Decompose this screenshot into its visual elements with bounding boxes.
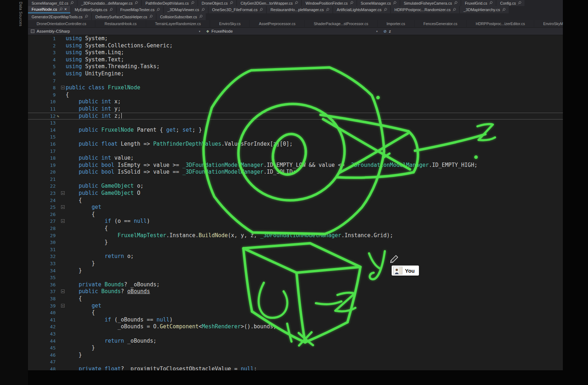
breakpoint-margin[interactable] bbox=[28, 183, 46, 190]
breakpoint-margin[interactable] bbox=[28, 218, 46, 225]
code-line[interactable]: 2using System.Collections.Generic; bbox=[28, 42, 563, 50]
code-line[interactable]: 30 } bbox=[28, 239, 563, 246]
breakpoint-margin[interactable] bbox=[28, 260, 46, 267]
breakpoint-margin[interactable] bbox=[28, 127, 46, 134]
breakpoint-margin[interactable] bbox=[28, 119, 46, 127]
breakpoint-margin[interactable] bbox=[28, 105, 46, 113]
tab[interactable]: HDRPPostproc...izerEditor.cs bbox=[467, 20, 533, 27]
pin-icon[interactable] bbox=[83, 14, 88, 19]
code-line[interactable]: 43 bbox=[28, 330, 563, 338]
code-line[interactable]: 36 private Bounds? _oBounds; bbox=[28, 281, 563, 288]
code-line[interactable]: 34 } bbox=[28, 267, 563, 274]
fold-marker[interactable]: − bbox=[61, 191, 65, 195]
code-line[interactable]: 23− public GameObject O bbox=[28, 190, 563, 197]
tab[interactable]: FruxelNode.cs× bbox=[28, 6, 70, 13]
tab[interactable]: DeliverySurfaceClassHelper.cs bbox=[92, 13, 156, 20]
fold-marker[interactable]: − bbox=[61, 304, 65, 307]
breakpoint-margin[interactable] bbox=[28, 98, 46, 105]
code-line[interactable]: 27− if (o == null) bbox=[28, 218, 563, 225]
tab[interactable]: WindowPositionFinder.cs bbox=[302, 0, 356, 6]
fold-marker[interactable]: − bbox=[61, 86, 65, 89]
pin-icon[interactable] bbox=[488, 0, 493, 5]
tab[interactable]: _3DFoundatio...delManager.cs bbox=[78, 0, 141, 6]
code-line[interactable]: 18 public int value; bbox=[28, 155, 563, 162]
pin-icon[interactable] bbox=[517, 0, 522, 5]
tab[interactable]: SceneManager.cs bbox=[357, 0, 400, 6]
breakpoint-margin[interactable] bbox=[28, 197, 46, 204]
pin-icon[interactable] bbox=[108, 7, 113, 12]
code-line[interactable]: 41 if (_oBounds == null) bbox=[28, 316, 563, 324]
code-line[interactable]: 4using System.Text; bbox=[28, 56, 563, 64]
breakpoint-margin[interactable] bbox=[28, 148, 46, 155]
pin-icon[interactable] bbox=[148, 14, 153, 19]
breakpoint-margin[interactable] bbox=[28, 288, 46, 295]
member-dropdown[interactable]: ⊘ z bbox=[381, 28, 563, 35]
code-line[interactable]: 10 public int x; bbox=[28, 98, 563, 105]
code-line[interactable]: 3using System.Linq; bbox=[28, 49, 563, 56]
code-line[interactable]: 39− get bbox=[28, 302, 563, 310]
pin-icon[interactable] bbox=[198, 14, 203, 19]
breakpoint-margin[interactable] bbox=[28, 63, 46, 70]
pin-icon[interactable] bbox=[200, 7, 205, 12]
tab[interactable]: _3DMapHierarchy.cs bbox=[460, 6, 509, 13]
code-line[interactable]: 25− get bbox=[28, 204, 563, 211]
tab[interactable]: HDRPPostproc...Randomizer.cs bbox=[391, 6, 459, 13]
tab[interactable]: SceneManager_02.cs bbox=[28, 0, 77, 6]
tab[interactable]: FencesGenerator.cs bbox=[415, 20, 466, 27]
code-line[interactable]: 28 { bbox=[28, 225, 563, 232]
tab[interactable]: FruxelGrid.cs bbox=[461, 0, 496, 6]
tab[interactable]: Config.cs bbox=[496, 0, 524, 6]
code-line[interactable]: 40 { bbox=[28, 309, 563, 316]
tab[interactable]: CollisionSubscriber.cs bbox=[157, 13, 206, 20]
code-line[interactable]: 7 bbox=[28, 78, 563, 85]
breakpoint-margin[interactable] bbox=[28, 232, 46, 239]
code-line[interactable]: 16 public float Length => PathfinderDept… bbox=[28, 141, 563, 148]
breakpoint-margin[interactable] bbox=[28, 330, 46, 338]
pin-icon[interactable] bbox=[69, 0, 74, 5]
code-line[interactable]: 24 { bbox=[28, 197, 563, 204]
code-line[interactable]: 32 return o; bbox=[28, 253, 563, 260]
breakpoint-margin[interactable] bbox=[28, 309, 46, 316]
pin-icon[interactable] bbox=[134, 0, 139, 5]
code-line[interactable]: 46 } bbox=[28, 352, 563, 359]
breakpoint-margin[interactable] bbox=[28, 295, 46, 302]
code-line[interactable]: 47 bbox=[28, 358, 563, 366]
code-line[interactable]: 20 public bool IsSolid => value == _3DFo… bbox=[28, 169, 563, 176]
pin-icon[interactable] bbox=[58, 7, 63, 12]
breakpoint-margin[interactable] bbox=[28, 338, 46, 345]
tab[interactable]: FruxelMapTester.cs bbox=[117, 6, 163, 13]
pin-icon[interactable] bbox=[452, 7, 457, 12]
code-line[interactable]: 6using UnityEngine; bbox=[28, 70, 563, 78]
code-line[interactable]: 8−public class FruxelNode bbox=[28, 84, 563, 91]
tab[interactable]: SimulatedFisheyeCamera.cs bbox=[400, 0, 461, 6]
pin-icon[interactable] bbox=[155, 7, 160, 12]
breakpoint-margin[interactable] bbox=[28, 176, 46, 183]
pin-icon[interactable] bbox=[294, 0, 299, 5]
breakpoint-margin[interactable] bbox=[28, 274, 46, 281]
pin-icon[interactable] bbox=[392, 0, 397, 5]
code-line[interactable]: 11 public int y; bbox=[28, 105, 563, 113]
breakpoint-margin[interactable] bbox=[28, 358, 46, 366]
breakpoint-margin[interactable] bbox=[28, 190, 46, 197]
data-sources-tab[interactable]: Data Sources bbox=[19, 2, 23, 26]
breakpoint-margin[interactable] bbox=[28, 169, 46, 176]
breakpoint-margin[interactable] bbox=[28, 204, 46, 211]
tab[interactable]: Generator2ExportMapTools.cs bbox=[28, 13, 91, 20]
tab[interactable]: RestaurantHo...pleManager.cs bbox=[267, 6, 332, 13]
code-line[interactable]: 14 public FruxelNode Parent { get; set; … bbox=[28, 127, 563, 134]
breakpoint-margin[interactable] bbox=[28, 225, 46, 232]
code-line[interactable]: 17 bbox=[28, 148, 563, 155]
pin-icon[interactable] bbox=[190, 0, 195, 5]
code-line[interactable]: 38 { bbox=[28, 295, 563, 302]
tab[interactable]: _3DMapViewer.cs bbox=[164, 6, 207, 13]
code-line[interactable]: 12✎ public int z; bbox=[28, 113, 563, 120]
code-line[interactable]: 37− public Bounds? oBounds bbox=[28, 288, 563, 295]
code-line[interactable]: 21 bbox=[28, 176, 563, 183]
breakpoint-margin[interactable] bbox=[28, 113, 46, 120]
code-line[interactable]: 5using System.Threading.Tasks; bbox=[28, 63, 563, 70]
tab[interactable]: EnviroSky.cs bbox=[210, 20, 249, 27]
tab[interactable]: Importer.cs bbox=[378, 20, 414, 27]
code-line[interactable]: 9{ bbox=[28, 91, 563, 99]
code-line[interactable]: 19 public bool IsEmpty => value >= _3DFo… bbox=[28, 162, 563, 169]
pin-icon[interactable] bbox=[382, 7, 387, 12]
